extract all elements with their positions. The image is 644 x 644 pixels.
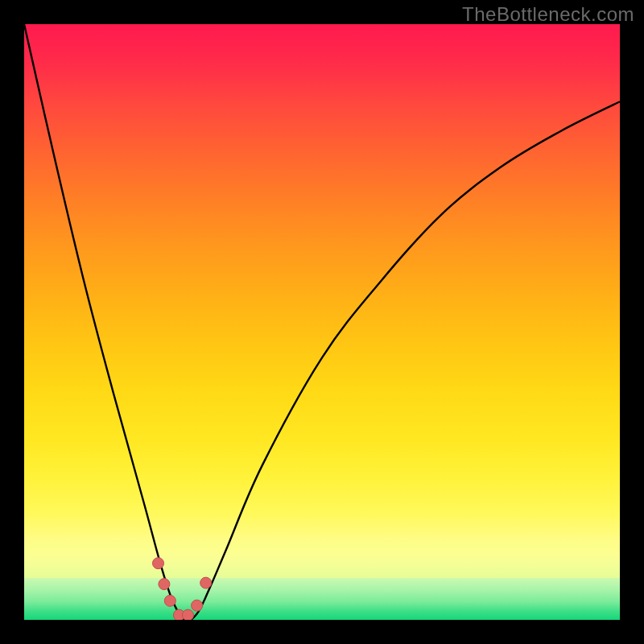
marker-point (159, 579, 170, 590)
watermark-text: TheBottleneck.com (462, 3, 634, 26)
marker-point (183, 609, 194, 620)
chart-overlay (24, 24, 620, 620)
plot-area (24, 24, 620, 620)
marker-point (200, 577, 212, 588)
bottleneck-curve (24, 24, 620, 620)
marker-point (164, 595, 175, 606)
highlight-band (24, 543, 620, 578)
chart-frame: TheBottleneck.com (0, 0, 644, 644)
marker-point (153, 558, 164, 569)
marker-point (192, 600, 203, 611)
